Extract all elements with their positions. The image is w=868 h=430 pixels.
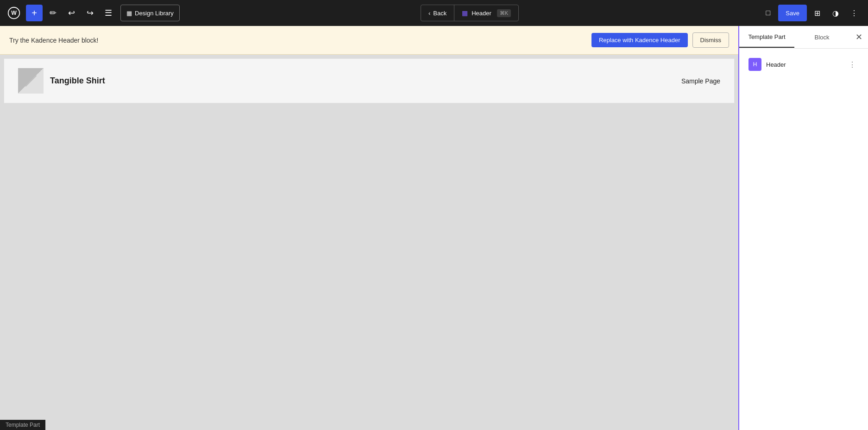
nav-links: Sample Page (681, 77, 720, 85)
notice-text: Try the Kadence Header block! (9, 37, 98, 44)
svg-text:W: W (11, 10, 17, 16)
sidebar-close-button[interactable]: ✕ (849, 26, 868, 48)
dismiss-button[interactable]: Dismiss (692, 32, 730, 48)
options-button[interactable]: ⋮ (846, 5, 862, 21)
site-logo-area: Tangible Shirt (18, 68, 105, 94)
main-layout: Try the Kadence Header block! Replace wi… (0, 26, 868, 430)
redo-button[interactable]: ↪ (82, 5, 98, 21)
undo-button[interactable]: ↩ (63, 5, 80, 21)
tab-block[interactable]: Block (794, 27, 849, 48)
design-library-icon: ▦ (126, 10, 132, 17)
canvas: Try the Kadence Header block! Replace wi… (0, 26, 738, 430)
breadcrumb-nav: ‹ Back ▦ Header ⌘K (421, 5, 519, 21)
nav-link-sample-page[interactable]: Sample Page (681, 77, 720, 85)
block-options-button[interactable]: ⋮ (846, 58, 859, 71)
toolbar-right: □ Save ⊞ ◑ ⋮ (760, 5, 862, 21)
notice-actions: Replace with Kadence Header Dismiss (591, 32, 729, 48)
site-name: Tangible Shirt (50, 76, 105, 86)
sidebar-header: Template Part Block ✕ (739, 26, 868, 49)
design-library-label: Design Library (135, 10, 174, 17)
back-button[interactable]: ‹ Back (421, 5, 454, 21)
canvas-empty (0, 107, 738, 339)
keyboard-shortcut: ⌘K (497, 9, 511, 17)
view-button[interactable]: □ (760, 5, 776, 21)
layout-button[interactable]: ⊞ (809, 5, 825, 21)
wp-logo: W (6, 5, 22, 21)
block-icon: H (748, 58, 761, 71)
details-button[interactable]: ☰ (100, 5, 117, 21)
design-library-button[interactable]: ▦ Design Library (120, 5, 180, 21)
sidebar-content: H Header ⋮ (739, 49, 868, 430)
back-label: Back (433, 10, 447, 17)
status-bar: Template Part (0, 420, 45, 430)
notice-banner: Try the Kadence Header block! Replace wi… (0, 26, 738, 55)
block-label: Header (766, 61, 841, 68)
header-preview-block[interactable]: Tangible Shirt Sample Page (4, 58, 735, 103)
back-arrow-icon: ‹ (428, 10, 430, 17)
toolbar-center: ‹ Back ▦ Header ⌘K (182, 5, 758, 21)
breadcrumb-current: ▦ Header ⌘K (454, 5, 518, 21)
add-block-button[interactable]: + (26, 5, 43, 21)
replace-with-kadence-button[interactable]: Replace with Kadence Header (591, 33, 688, 47)
status-text: Template Part (6, 422, 40, 428)
sidebar-tabs: Template Part Block (739, 27, 849, 48)
list-item[interactable]: H Header ⋮ (745, 54, 862, 75)
header-block-icon: ▦ (462, 9, 468, 17)
toolbar: W + ✏ ↩ ↪ ☰ ▦ Design Library ‹ Back ▦ He… (0, 0, 868, 26)
edit-tool-button[interactable]: ✏ (44, 5, 61, 21)
sidebar: Template Part Block ✕ H Header ⋮ (738, 26, 868, 430)
save-button[interactable]: Save (778, 5, 807, 21)
tab-template-part[interactable]: Template Part (739, 27, 794, 48)
site-logo (18, 68, 44, 94)
contrast-button[interactable]: ◑ (827, 5, 844, 21)
breadcrumb-header-label: Header (472, 10, 491, 17)
